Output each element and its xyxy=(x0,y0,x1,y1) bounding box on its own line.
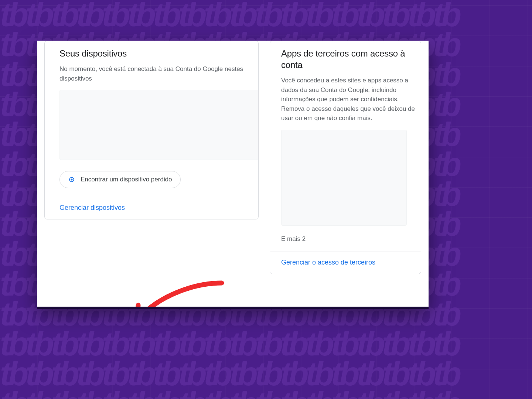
devices-title: Seus dispositivos xyxy=(59,48,249,59)
manage-third-party-access-link[interactable]: Gerenciar o acesso de terceiros xyxy=(281,259,375,266)
target-icon xyxy=(68,176,75,183)
svg-point-1 xyxy=(71,179,73,181)
third-party-card-footer: Gerenciar o acesso de terceiros xyxy=(270,252,421,274)
find-lost-device-label: Encontrar um dispositivo perdido xyxy=(81,176,172,183)
devices-card-footer: Gerenciar dispositivos xyxy=(45,197,258,219)
devices-description: No momento, você está conectada à sua Co… xyxy=(59,64,249,83)
manage-devices-link[interactable]: Gerenciar dispositivos xyxy=(59,204,125,211)
devices-list-placeholder xyxy=(59,90,259,160)
devices-card: Seus dispositivos No momento, você está … xyxy=(44,41,259,219)
find-lost-device-button[interactable]: Encontrar um dispositivo perdido xyxy=(59,171,181,188)
third-party-apps-card: Apps de terceiros com acesso à conta Voc… xyxy=(270,41,421,274)
more-apps-text: E mais 2 xyxy=(281,235,421,243)
third-party-title: Apps de terceiros com acesso à conta xyxy=(281,48,421,71)
third-party-apps-list-placeholder xyxy=(281,130,407,226)
third-party-description: Você concedeu a estes sites e apps acess… xyxy=(281,76,421,123)
screenshot-frame: Seus dispositivos No momento, você está … xyxy=(37,41,429,307)
